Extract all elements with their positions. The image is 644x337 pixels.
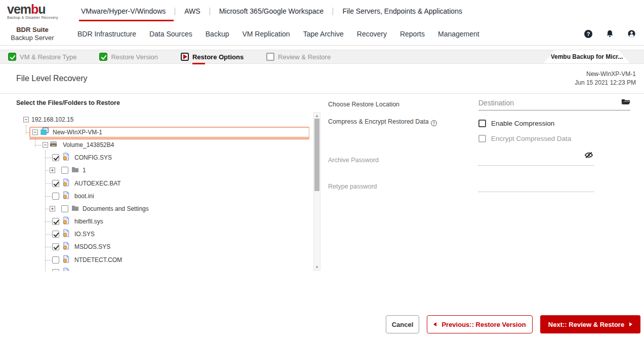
enable-compression-checkbox[interactable]	[478, 120, 486, 127]
tree-item-label[interactable]: hiberfil.sys	[74, 218, 103, 225]
tree-item-label[interactable]: boot.ini	[74, 193, 94, 200]
folder-icon	[71, 204, 79, 213]
nav-management[interactable]: Management	[431, 30, 486, 38]
notifications-icon[interactable]	[606, 29, 614, 38]
context-tab-vembu-backup[interactable]: Vembu Backup for Micr...	[544, 50, 630, 63]
tree-checkbox[interactable]	[52, 256, 59, 264]
vembu-logo[interactable]: vembu Backup & Disaster Recovery	[7, 3, 64, 20]
vm-name: New-WInXP-VM-1	[575, 70, 636, 79]
tree-row-folder[interactable]: 1	[23, 164, 309, 177]
collapse-toggle-icon[interactable]	[43, 142, 48, 147]
user-icon[interactable]	[627, 29, 636, 38]
expand-toggle-icon[interactable]	[50, 206, 55, 211]
tree-row-folder[interactable]: Documents and Settings	[23, 202, 309, 215]
next-arrow-icon	[629, 322, 632, 326]
tree-row-file[interactable]: boot.ini	[23, 190, 309, 202]
tree-checkbox[interactable]	[52, 218, 59, 225]
retype-password-input[interactable]	[478, 181, 594, 189]
step-review-restore[interactable]: Review & Restore	[266, 53, 331, 61]
vm-icon	[41, 127, 49, 137]
file-icon	[62, 153, 70, 163]
product-bar: vembu Backup & Disaster Recovery VMware/…	[0, 0, 644, 22]
tree-checkbox[interactable]	[52, 154, 59, 161]
tree-item-label[interactable]: CONFIG.SYS	[74, 154, 112, 161]
step-restore-options[interactable]: Restore Options	[181, 53, 244, 61]
tree-row-volume[interactable]: Volume_143852B4	[23, 138, 309, 151]
tab-file-servers-endpoints[interactable]: File Servers, Endpoints & Applications	[340, 0, 464, 22]
destination-folder-icon[interactable]	[621, 98, 630, 106]
previous-button[interactable]: Previous:: Restore Version	[427, 315, 533, 333]
tree-connector-stub	[45, 158, 52, 158]
tab-vmware-hyperv-windows[interactable]: VMware/Hyper-V/Windows	[79, 0, 168, 22]
tree-checkbox[interactable]	[61, 205, 68, 212]
tree-connector-stub	[45, 209, 49, 209]
tree-row-partial	[23, 266, 309, 271]
tree-checkbox[interactable]	[52, 269, 59, 271]
tree-row-file[interactable]: IO.SYS	[23, 228, 309, 241]
tree-checkbox[interactable]	[52, 180, 59, 187]
tab-aws[interactable]: AWS	[182, 0, 202, 22]
tree-volume-label[interactable]: Volume_143852B4	[63, 141, 114, 148]
previous-arrow-icon	[433, 322, 436, 326]
cancel-button[interactable]: Cancel	[386, 315, 419, 333]
scroll-up-arrow[interactable]: ▲	[314, 113, 320, 119]
tree-connector-stub	[45, 221, 52, 222]
page-header: File Level Recovery New-WInXP-VM-1 Jun 1…	[0, 64, 644, 94]
tree-vm-label[interactable]: New-WInXP-VM-1	[53, 129, 102, 136]
tab-separator	[333, 8, 333, 15]
scroll-thumb[interactable]	[314, 119, 319, 191]
nav-data-sources[interactable]: Data Sources	[143, 30, 199, 38]
nav-tape-archive[interactable]: Tape Archive	[297, 30, 350, 38]
app-nav-bar: BDR Suite Backup Server BDR Infrastructu…	[0, 22, 644, 46]
help-icon[interactable]: ?	[584, 30, 592, 38]
tree-checkbox[interactable]	[52, 243, 59, 250]
tree-root-label[interactable]: 192.168.102.15	[31, 116, 73, 123]
tree-row-vm[interactable]: New-WInXP-VM-1	[23, 126, 309, 138]
tree-item-label[interactable]: 1	[83, 167, 86, 174]
step-vm-restore-type[interactable]: VM & Restore Type	[8, 53, 76, 61]
file-tree: 192.168.102.15New-WInXP-VM-1Volume_14385…	[23, 113, 309, 271]
vembu-logo-tagline: Backup & Disaster Recovery	[7, 15, 64, 20]
archive-password-input[interactable]	[478, 155, 594, 162]
suite-subtitle: Backup Server	[0, 34, 65, 42]
enable-compression-row[interactable]: Enable Compression	[478, 120, 554, 127]
encrypt-data-row[interactable]: Encrypt Compressed Data	[478, 135, 571, 142]
nav-reports[interactable]: Reports	[393, 30, 431, 38]
tab-microsoft365-google[interactable]: Microsoft 365/Google Workspace	[217, 0, 326, 22]
tree-row-file[interactable]: hiberfil.sys	[23, 215, 309, 228]
scroll-down-arrow[interactable]: ▼	[314, 264, 320, 270]
suite-block: BDR Suite Backup Server	[0, 26, 65, 42]
tree-item-label[interactable]: Documents and Settings	[83, 205, 149, 212]
tree-checkbox[interactable]	[52, 231, 59, 238]
nav-bdr-infrastructure[interactable]: BDR Infrastructure	[71, 30, 143, 38]
tree-row-file[interactable]: NTDETECT.COM	[23, 253, 309, 266]
nav-vm-replication[interactable]: VM Replication	[235, 30, 296, 38]
tree-scrollbar[interactable]: ▲ ▼	[313, 112, 320, 271]
file-icon	[62, 216, 70, 227]
tree-item-label[interactable]: MSDOS.SYS	[74, 243, 110, 250]
tree-checkbox[interactable]	[52, 193, 59, 200]
tree-connector-stub	[45, 170, 49, 171]
collapse-toggle-icon[interactable]	[32, 129, 38, 135]
expand-toggle-icon[interactable]	[50, 168, 55, 173]
next-button[interactable]: Next:: Review & Restore	[540, 315, 640, 333]
tree-item-label[interactable]: AUTOEXEC.BAT	[74, 180, 121, 187]
nav-backup[interactable]: Backup	[199, 30, 236, 38]
help-tooltip-icon[interactable]: ?	[431, 120, 437, 126]
nav-recovery[interactable]: Recovery	[350, 30, 393, 38]
collapse-toggle-icon[interactable]	[23, 117, 29, 122]
encrypt-data-checkbox[interactable]	[478, 135, 486, 142]
tree-checkbox[interactable]	[61, 167, 68, 174]
tree-connector-stub	[45, 183, 52, 184]
tree-item-label[interactable]: NTDETECT.COM	[74, 256, 122, 264]
step-restore-version[interactable]: Restore Version	[99, 53, 158, 61]
nav-items: BDR Infrastructure Data Sources Backup V…	[71, 30, 486, 38]
tree-row-file[interactable]: CONFIG.SYS	[23, 152, 309, 164]
volume-icon	[50, 140, 57, 149]
destination-input[interactable]	[478, 97, 615, 107]
tree-item-label[interactable]: IO.SYS	[74, 231, 95, 238]
tree-row-file[interactable]: AUTOEXEC.BAT	[23, 177, 309, 190]
restore-location-label: Choose Restore Location	[328, 101, 399, 108]
vembu-logo-text: vembu	[7, 3, 64, 15]
tree-row-file[interactable]: MSDOS.SYS	[23, 241, 309, 253]
